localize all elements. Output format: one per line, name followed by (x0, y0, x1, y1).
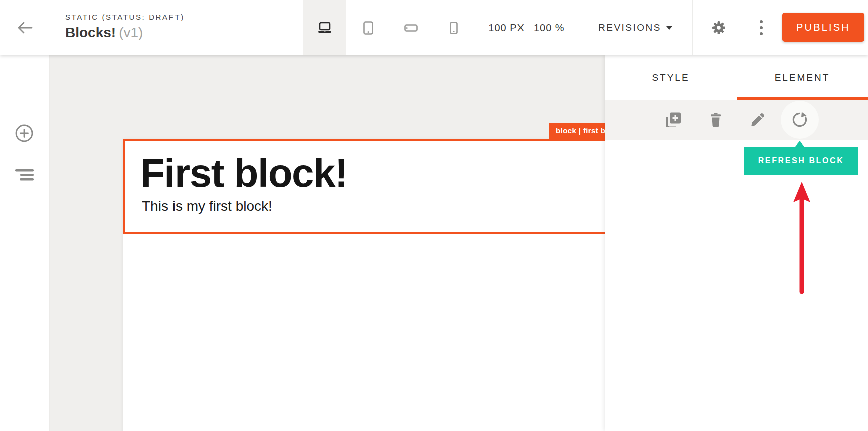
gear-icon (711, 20, 726, 35)
inspector-panel: STYLE ELEMENT (605, 55, 868, 431)
chevron-down-icon (666, 26, 672, 30)
tooltip-label: REFRESH BLOCK (758, 156, 844, 165)
inspector-tabs: STYLE ELEMENT (605, 55, 868, 100)
device-preview-switcher (303, 0, 475, 55)
divider (49, 5, 49, 55)
publish-button[interactable]: PUBLISH (782, 13, 864, 42)
add-block-button[interactable] (12, 121, 36, 146)
more-options-button[interactable] (749, 14, 773, 42)
mobile-portrait-icon (450, 22, 458, 34)
revisions-label: REVISIONS (598, 22, 661, 33)
device-desktop-button[interactable] (303, 0, 346, 55)
status-label: STATIC (STATUS: DRAFT) (65, 13, 185, 21)
tab-style[interactable]: STYLE (605, 55, 737, 100)
editor-canvas: block | first block First block! This is… (49, 55, 605, 431)
tab-element[interactable]: ELEMENT (737, 55, 868, 100)
tablet-icon (363, 21, 373, 35)
back-button[interactable] (0, 0, 49, 55)
annotation-arrow-up-icon (791, 180, 813, 296)
edit-block-button[interactable] (749, 111, 766, 128)
refresh-highlight-circle (781, 101, 819, 139)
left-sidebar (0, 55, 49, 431)
title-text: Blocks! (65, 25, 116, 40)
device-tablet-button[interactable] (346, 0, 390, 55)
page-preview: block | first block First block! This is… (123, 139, 628, 431)
desktop-icon (318, 22, 332, 34)
viewport-width-value: 100 PX (488, 22, 525, 34)
plus-circle-icon (14, 123, 34, 143)
viewport-size-indicator: 100 PX 100 % (475, 0, 578, 55)
pencil-icon (750, 112, 765, 127)
trash-icon (710, 113, 722, 127)
duplicate-icon (665, 112, 681, 128)
device-mobile-landscape-button[interactable] (390, 0, 433, 55)
refresh-icon (792, 112, 808, 128)
refresh-block-button[interactable] (791, 111, 808, 128)
element-toolbar (605, 100, 868, 140)
viewport-zoom-value: 100 % (534, 22, 565, 34)
selected-block[interactable]: block | first block First block! This is… (123, 139, 628, 234)
mobile-landscape-icon (404, 24, 418, 32)
topbar: STATIC (STATUS: DRAFT) Blocks!(v1) (0, 0, 868, 55)
kebab-menu-icon (759, 20, 763, 36)
arrow-left-icon (17, 21, 33, 35)
duplicate-block-button[interactable] (665, 111, 682, 128)
block-list-button[interactable] (12, 163, 36, 187)
version-text: (v1) (119, 25, 143, 40)
refresh-block-tooltip: REFRESH BLOCK (744, 147, 858, 175)
delete-block-button[interactable] (707, 111, 724, 128)
tooltip-arrow-up (795, 141, 804, 147)
block-body-text: This is my first block! (142, 198, 626, 214)
device-mobile-portrait-button[interactable] (432, 0, 475, 55)
document-info: STATIC (STATUS: DRAFT) Blocks!(v1) (65, 13, 185, 41)
page-title: Blocks!(v1) (65, 25, 185, 41)
list-lines-icon (14, 169, 34, 182)
block-heading: First block! (140, 153, 626, 193)
revisions-dropdown[interactable]: REVISIONS (578, 0, 693, 55)
settings-button[interactable] (705, 14, 733, 42)
